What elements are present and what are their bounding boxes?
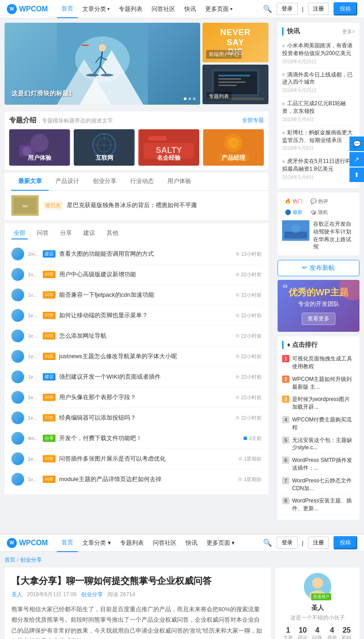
qa-list-item[interactable]: 1e... 问答 用户头像在那个表那个字段？ 22小时前 xyxy=(11,387,262,408)
svg-rect-32 xyxy=(148,136,167,141)
topic-enterprise[interactable]: SALTY 名企经验 xyxy=(138,129,199,166)
author-stat-points-label: 积桂 xyxy=(342,634,352,639)
rank-title[interactable]: 可视化页面拖拽生成工具使用教程 xyxy=(292,355,355,370)
nav-home[interactable]: 首页 xyxy=(57,0,78,18)
qa-tab-all[interactable]: 全部 xyxy=(11,228,28,239)
second-nav-news[interactable]: 快讯 xyxy=(181,534,202,552)
rank-title[interactable]: WordPress七云静态文件CDN加... xyxy=(292,477,355,492)
hero-dot-2[interactable] xyxy=(188,97,191,100)
news-title[interactable]: 虎牙外卖在5月11日进行IPO 拟最高融资1.8亿美元 xyxy=(282,157,355,173)
tab-ux[interactable]: 用户体验 xyxy=(161,172,198,191)
rank-title[interactable]: WordPress安装主题、插件、更新... xyxy=(292,497,355,512)
wp-ad-button[interactable]: 查看更多 xyxy=(302,313,335,325)
qa-list-item[interactable]: 1e... 问答 问答插件多张图片展示是否可以考虑优化 1星期前 xyxy=(11,449,262,469)
qa-list-item[interactable]: 1e... 建议 强烈建议开发一个WIKI的页面或者插件 22小时前 xyxy=(11,367,262,387)
rank-title[interactable]: 无法安装这个包：主题缺少style.c... xyxy=(292,436,355,452)
topic-pm[interactable]: 产品经理 xyxy=(203,129,264,166)
logo-text: WPCOM xyxy=(19,5,48,13)
rank-title[interactable]: WordPress SMTP插件发送插件：... xyxy=(292,456,355,472)
qa-list-item[interactable]: 1e... 问答 怎么添加网址导航 22小时前 xyxy=(11,326,262,346)
qa-user: 1e... xyxy=(28,415,39,421)
qa-item-title: justnews主题怎么修改导航菜单的字体大小呢 xyxy=(59,352,232,360)
qa-tab-share[interactable]: 分享 xyxy=(58,228,74,239)
login-button[interactable]: 登录 xyxy=(277,3,298,15)
hot-article[interactable]: 谷歌正在开发自动驾驶卡车计划在华再次上路试驾 xyxy=(282,220,355,251)
float-btns: 💬 ↗ ⬆ xyxy=(349,137,364,182)
news-title[interactable]: 彩博社：蚂蚁金服画临更大监管压力、短期业绩承压 xyxy=(282,129,355,144)
nav-qa[interactable]: 问答社区 xyxy=(147,0,180,18)
news-title[interactable]: 滴滴外卖今日上线成都，已进入四个城市 xyxy=(282,71,355,86)
float-share-btn[interactable]: ↗ xyxy=(349,152,364,167)
second-nav-menu: 首页 文章分类 ▾ 专题列表 问答社区 快讯 更多页面 ▾ xyxy=(57,534,263,552)
second-nav-articles[interactable]: 文章分类 ▾ xyxy=(78,534,116,552)
hot-tab-random[interactable]: 🎲 随机 xyxy=(308,208,331,217)
rank-title[interactable]: WPCOM付费主题购买流程 xyxy=(292,416,355,431)
sidebar-hot: 🔥 热门 💬 热评 🔵 最新 🎲 随机 谷歌正在开发自动驾驶卡车计划在华再次上路… xyxy=(278,193,359,255)
rank-number: 2 xyxy=(282,375,289,383)
hero-dot-3[interactable] xyxy=(193,97,196,100)
float-chat-btn[interactable]: 💬 xyxy=(349,137,364,151)
topic-ux[interactable]: 用户体验 xyxy=(9,129,70,166)
hot-tab-hot[interactable]: 🔥 热门 xyxy=(282,197,305,206)
tab-startup[interactable]: 创业分享 xyxy=(86,172,123,191)
post-button[interactable]: 投稿 xyxy=(334,2,357,15)
tab-industry[interactable]: 行业动态 xyxy=(123,172,161,191)
second-search-icon[interactable]: 🔍 xyxy=(263,538,272,547)
nav-topics[interactable]: 专题列表 xyxy=(114,0,147,18)
qa-tab-other[interactable]: 其他 xyxy=(104,228,121,239)
second-nav-home[interactable]: 首页 xyxy=(57,534,78,552)
post-new-button[interactable]: ✏ 发布新帖 xyxy=(278,260,359,276)
article-preview-item[interactable]: 咖啡 星巴克 星巴克获最版独角兽冰乐的背后：禮惠如何不平庸 xyxy=(5,191,268,221)
second-register-button[interactable]: 注册 xyxy=(308,537,329,549)
rank-title[interactable]: 是时候为wordpress图片加载开辟... xyxy=(292,396,355,411)
hero-side-bottom[interactable]: 专题列表 xyxy=(202,65,268,104)
logo[interactable]: W WPCOM xyxy=(7,4,48,14)
second-login-button[interactable]: 登录 xyxy=(277,537,298,549)
hot-tab-latest[interactable]: 🔵 最新 xyxy=(282,208,305,217)
topic-internet[interactable]: 互联网 xyxy=(74,129,135,166)
hero-main-slider[interactable]: 这是幻灯滑块的标题1 xyxy=(5,23,200,105)
nav-news[interactable]: 快讯 xyxy=(180,0,201,18)
hero-dot-1[interactable] xyxy=(184,97,187,100)
article-preview-text: 星巴克 星巴克获最版独角兽冰乐的背后：禮惠如何不平庸 xyxy=(43,201,197,209)
rank-title[interactable]: WPCOM主题如何升级到最新版 主... xyxy=(292,375,355,391)
tab-product[interactable]: 产品设计 xyxy=(49,172,86,191)
featured-title: 专题介绍 xyxy=(9,116,36,124)
featured-more[interactable]: 全部专题 xyxy=(242,117,264,124)
qa-badge: 建议 xyxy=(43,373,56,380)
breadcrumb-home[interactable]: 首页 xyxy=(5,557,15,563)
second-post-button[interactable]: 投稿 xyxy=(334,536,357,549)
breadcrumb-category[interactable]: 创业分享 xyxy=(20,557,42,563)
qa-list-item[interactable]: 1v... 问答 能否兼容一下fjetpack的cdn加速功能 22小时前 xyxy=(11,285,262,305)
article-author-link[interactable]: 圣人 xyxy=(11,591,22,598)
article-date: 2018年6月1日 17:06 xyxy=(27,591,76,598)
second-nav-qa[interactable]: 问答社区 xyxy=(148,534,181,552)
qa-tab-qa[interactable]: 问答 xyxy=(35,228,51,239)
featured-title-wrap: 专题介绍 专题模块标题旁边的描述文字 xyxy=(9,116,113,125)
tab-latest[interactable]: 最新文章 xyxy=(11,172,49,191)
article-category-link[interactable]: 创业分享 xyxy=(81,591,103,598)
qa-meta: 22小时前 xyxy=(236,333,262,340)
qa-list-item[interactable]: 2m... 建议 查看大图的功能能否调用官网的方式 13小时前 xyxy=(11,244,262,264)
author-stat-articles: 1 文章 xyxy=(283,626,293,639)
qa-tab-suggest[interactable]: 建议 xyxy=(81,228,97,239)
qa-list-item[interactable]: 1v... 问答 module主题的产品详情页边栏如何去掉 1星期前 xyxy=(11,469,262,490)
news-title[interactable]: 小米本周美国路演，有香港投资者称估值应为200亿美元 xyxy=(282,42,355,57)
second-nav-more[interactable]: 更多页面 ▾ xyxy=(202,534,240,552)
hot-tab-comments[interactable]: 💬 热评 xyxy=(308,197,331,206)
nav-more[interactable]: 更多页面▾ xyxy=(201,0,237,18)
sidebar-news-more[interactable]: 更多> xyxy=(342,28,355,35)
qa-list-item[interactable]: 1e... 问答 如何让移动端的页脚也显示菜单？ 22小时前 xyxy=(11,305,262,326)
search-icon[interactable]: 🔍 xyxy=(263,5,272,13)
register-button[interactable]: 注册 xyxy=(308,3,329,15)
qa-list-item[interactable]: 4m... 分享 开发个，付费下载文件功能吧！ 3天前 xyxy=(11,428,262,449)
qa-list-item[interactable]: 1e... 问答 经典编辑器可以添加按钮吗？ 22小时前 xyxy=(11,408,262,428)
float-up-btn[interactable]: ⬆ xyxy=(349,167,364,182)
hero-side-top[interactable]: NEVERSAYDIE 前端用户中心 xyxy=(202,23,268,62)
qa-list-item[interactable]: 1n... 问答 用户中心高级版建议新增功能 22小时前 xyxy=(11,264,262,285)
news-title[interactable]: 工品汇完成2亿元B1轮融资，京东领投 xyxy=(282,100,355,115)
second-nav-logo[interactable]: W WPCOM xyxy=(7,538,48,548)
nav-articles[interactable]: 文章分类▾ xyxy=(78,0,114,18)
second-nav-topics[interactable]: 专题列表 xyxy=(116,534,148,552)
qa-list-item[interactable]: 1e... 问答 justnews主题怎么修改导航菜单的字体大小呢 22小时前 xyxy=(11,346,262,367)
